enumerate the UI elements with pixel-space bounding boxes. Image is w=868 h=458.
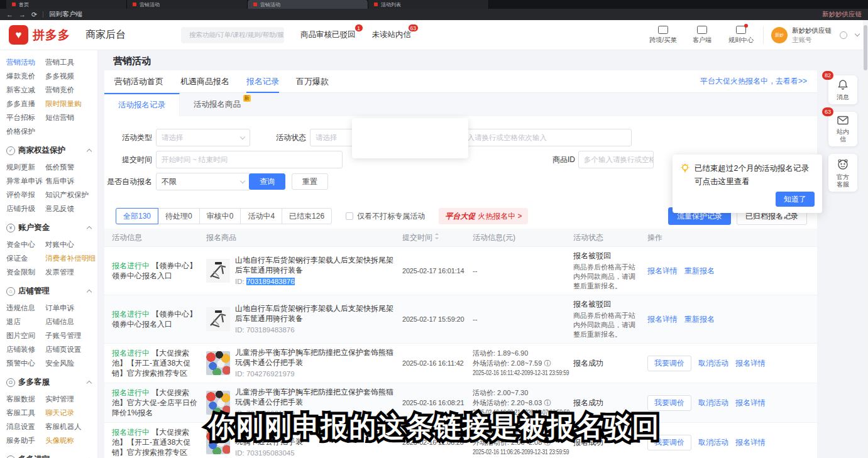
operation-link[interactable]: 重新报名 [684,266,715,276]
sidebar-item[interactable]: 评价举报 [6,188,45,202]
sidebar-item[interactable]: 实时管理 [45,392,97,406]
sidebar-section-header[interactable]: ¥账户资金 [6,222,97,233]
sidebar-item[interactable]: 聊天记录 [45,406,97,420]
sidebar-item[interactable]: 新客立减 [6,83,45,97]
sidebar-item[interactable]: 客服工具 [6,406,45,420]
product-title[interactable]: 儿童滑步平衡车护胸车把防撞把立保护套饰熊猫玩偶卡通公仔把手装 [235,387,396,407]
promo-link[interactable]: 平台大促火热报名中，去看看>> [700,76,807,87]
browser-tab[interactable]: 营销活动 [248,0,368,9]
product-title[interactable]: 山地自行车后货架钢行李架载人后支架快拆尾架后车筐通用骑行装备 [235,255,396,275]
sidebar-item[interactable]: 售后申诉 [45,174,97,188]
sidebar-item[interactable]: 价格保护 [6,124,45,138]
chevron-down-icon[interactable] [855,31,860,36]
product-id-value[interactable]: 703189483876 [246,278,295,285]
filter-chip[interactable]: 全部130 [116,208,158,224]
audit-rejected-link[interactable]: 商品审核已驳回 1 [300,30,356,40]
site-mail-card[interactable]: 63站内信 [828,112,857,146]
sidebar-item[interactable]: 预警中心 [6,356,45,370]
sidebar-item[interactable]: 短信营销 [45,111,97,124]
operation-link[interactable]: 重新报名 [684,314,715,324]
auto-signup-select[interactable]: 不限 [156,173,250,190]
sidebar-item[interactable]: 退店 [6,315,45,329]
account-menu[interactable]: 新妙 新妙妙供应链 主账号 [771,26,859,43]
sidebar-item[interactable]: 保证金 [6,251,45,265]
sort-icon[interactable] [434,232,439,243]
sidebar-section-header[interactable]: Ω多多客服 [6,377,97,388]
main-tab[interactable]: 报名记录 [246,70,279,93]
activity-name-input[interactable]: 多个输入请换行或空格依次输入 [440,129,632,146]
sidebar-item[interactable]: 爆款竞价 [6,69,45,83]
sidebar-item[interactable]: 客服机器人 [45,420,97,433]
operation-link[interactable]: 报名详情 [647,314,678,324]
scrollbar-thumb[interactable] [864,25,867,70]
sidebar-item[interactable]: 店铺升级 [6,202,45,215]
sidebar-item[interactable]: 资金中心 [6,237,45,251]
sidebar-item[interactable]: 消费者补偿明细 [45,251,97,265]
product-image[interactable] [206,351,230,375]
chevron-up-icon[interactable] [87,381,92,386]
filter-chip[interactable]: 审核中0 [199,208,241,224]
search-input[interactable]: 搜索功能/订单/课程/规则/帮助/服务 [181,27,284,43]
product-id-value[interactable]: 704276921979 [246,370,295,378]
address-url[interactable]: 回到客户端 [49,10,82,19]
sidebar-item[interactable]: 头像昵称 [45,433,97,447]
unread-mail-link[interactable]: 未读站内信 63 [372,30,412,40]
adjust-price-button[interactable]: 我要调价 [647,356,691,371]
quick-link[interactable]: 规则中心 [727,26,755,45]
chevron-up-icon[interactable] [87,149,92,154]
reset-button[interactable]: 重置 [292,173,328,190]
quick-link[interactable]: 客户端 [688,26,717,45]
filter-chip[interactable]: 活动中4 [240,208,282,224]
tooltip-confirm-button[interactable]: 知道了 [776,192,815,207]
sub-tab[interactable]: 活动报名商品新 [180,93,255,116]
account-action-icon[interactable] [840,31,847,39]
adjust-price-button[interactable]: 我要调价 [647,395,691,411]
operation-link[interactable]: 取消活动 [698,398,728,408]
filter-chip[interactable]: 已结束126 [282,208,332,224]
sidebar-item[interactable]: 营销活动 [6,55,45,69]
chevron-up-icon[interactable] [87,290,92,295]
main-tab[interactable]: 营销活动首页 [114,70,163,93]
sidebar-item[interactable]: 多多视频 [45,69,97,83]
filter-chip[interactable]: 待处理0 [158,208,200,224]
operation-link[interactable]: 取消活动 [698,437,728,447]
operation-link[interactable]: 报名详情 [647,266,678,276]
product-image[interactable] [206,259,230,283]
operation-link[interactable]: 取消活动 [698,358,728,368]
operation-link[interactable]: 报名详情 [735,437,766,447]
page-scrollbar[interactable] [863,20,868,458]
sidebar-item[interactable]: 限时限量购 [45,97,97,111]
product-image[interactable] [206,307,230,331]
sidebar-item[interactable]: 异常单申诉 [6,174,45,188]
sidebar-item[interactable]: 店铺信息 [45,315,97,329]
operation-link[interactable]: 报名详情 [735,358,766,368]
main-tab[interactable]: 百万爆款 [296,70,329,93]
sidebar-item[interactable]: 违规信息 [6,301,45,315]
messages-card[interactable]: 82消息 [828,75,857,104]
sidebar-item[interactable]: 消息设置 [6,420,45,433]
sidebar-section-header[interactable]: ⌂店铺管理 [6,286,97,297]
browser-tab[interactable]: 首页 [6,0,127,9]
sidebar-item[interactable]: 店铺页设置 [45,342,97,356]
sidebar-item[interactable]: 服务助手 [6,433,45,447]
operation-link[interactable]: 报名详情 [735,398,766,408]
goods-id-input[interactable]: 多个输入请换行或空格依次输... [578,151,654,168]
sidebar-item[interactable]: 意见反馈 [45,202,97,215]
sub-tab[interactable]: 活动报名记录 [104,93,180,116]
sidebar-item[interactable]: 安全风险 [45,356,97,370]
sidebar-item[interactable]: 发票管理 [45,265,97,279]
official-service-card[interactable]: 官方客服 [828,154,857,192]
product-title[interactable]: 儿童滑步平衡车护胸车把防撞把立保护套饰熊猫玩偶卡通公仔把手装 [235,347,396,368]
chevron-up-icon[interactable] [87,226,92,231]
reload-icon[interactable]: ⟳ [31,9,37,20]
sidebar-item[interactable]: 低价预警 [45,160,97,174]
browser-tab[interactable]: 营销活动 [127,0,248,9]
sidebar-item[interactable]: 营销竞价 [45,83,97,97]
activity-type-select[interactable]: 请选择 [156,129,250,146]
sidebar-item[interactable]: 订单申诉 [45,301,97,315]
sidebar-section-header[interactable]: ✓商家权益保护 [6,145,97,156]
product-id-value[interactable]: 703189483876 [246,326,295,334]
main-tab[interactable]: 机遇商品报名 [180,70,229,93]
sidebar-item[interactable]: 子账号管理 [45,329,97,342]
sidebar-item[interactable]: 客服数据 [6,392,45,406]
